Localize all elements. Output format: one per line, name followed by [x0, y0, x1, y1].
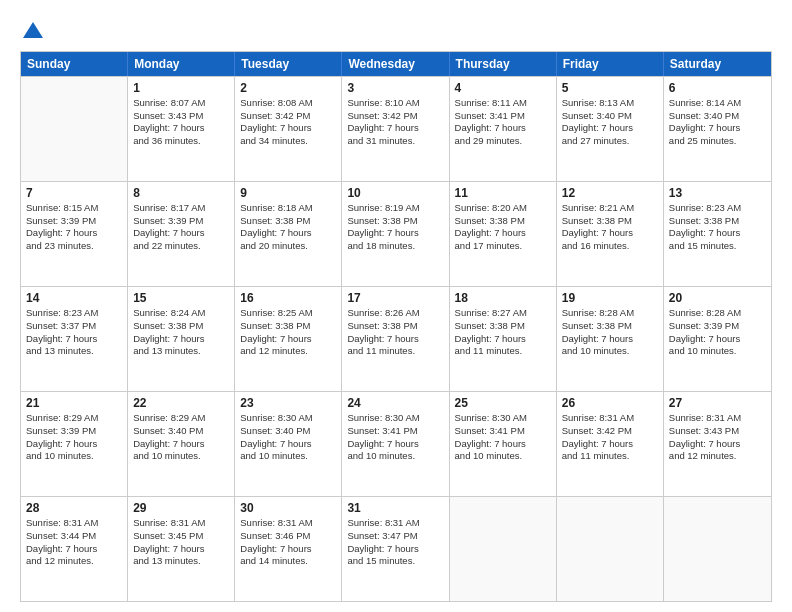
- cell-info-line: Daylight: 7 hours: [26, 333, 122, 346]
- cell-info-line: Sunset: 3:45 PM: [133, 530, 229, 543]
- cell-info-line: Daylight: 7 hours: [347, 122, 443, 135]
- calendar-cell: 11Sunrise: 8:20 AMSunset: 3:38 PMDayligh…: [450, 182, 557, 286]
- cell-info-line: and 13 minutes.: [133, 555, 229, 568]
- logo-triangle-icon: [22, 20, 44, 42]
- cell-info-line: and 15 minutes.: [669, 240, 766, 253]
- cell-info-line: Daylight: 7 hours: [133, 333, 229, 346]
- cell-info-line: Sunset: 3:38 PM: [347, 320, 443, 333]
- cell-info-line: Sunrise: 8:23 AM: [669, 202, 766, 215]
- calendar-cell: 18Sunrise: 8:27 AMSunset: 3:38 PMDayligh…: [450, 287, 557, 391]
- calendar-cell: 19Sunrise: 8:28 AMSunset: 3:38 PMDayligh…: [557, 287, 664, 391]
- day-number: 21: [26, 396, 122, 410]
- cell-info-line: Sunset: 3:37 PM: [26, 320, 122, 333]
- day-number: 15: [133, 291, 229, 305]
- cell-info-line: Daylight: 7 hours: [347, 543, 443, 556]
- calendar-cell: 22Sunrise: 8:29 AMSunset: 3:40 PMDayligh…: [128, 392, 235, 496]
- cell-info-line: Sunrise: 8:28 AM: [562, 307, 658, 320]
- cell-info-line: Daylight: 7 hours: [133, 227, 229, 240]
- cell-info-line: Sunrise: 8:17 AM: [133, 202, 229, 215]
- cell-info-line: Daylight: 7 hours: [133, 122, 229, 135]
- cell-info-line: Daylight: 7 hours: [133, 543, 229, 556]
- cell-info-line: Sunset: 3:38 PM: [240, 320, 336, 333]
- cell-info-line: Daylight: 7 hours: [240, 227, 336, 240]
- cell-info-line: Sunset: 3:38 PM: [562, 215, 658, 228]
- logo: [20, 20, 44, 47]
- cell-info-line: Sunset: 3:42 PM: [240, 110, 336, 123]
- cell-info-line: Daylight: 7 hours: [562, 333, 658, 346]
- cell-info-line: and 12 minutes.: [240, 345, 336, 358]
- cell-info-line: Sunset: 3:39 PM: [669, 320, 766, 333]
- day-number: 3: [347, 81, 443, 95]
- cell-info-line: Daylight: 7 hours: [240, 438, 336, 451]
- cell-info-line: and 11 minutes.: [562, 450, 658, 463]
- cell-info-line: Sunrise: 8:19 AM: [347, 202, 443, 215]
- calendar-cell: 4Sunrise: 8:11 AMSunset: 3:41 PMDaylight…: [450, 77, 557, 181]
- day-number: 18: [455, 291, 551, 305]
- cell-info-line: and 17 minutes.: [455, 240, 551, 253]
- cell-info-line: Sunrise: 8:10 AM: [347, 97, 443, 110]
- cell-info-line: and 10 minutes.: [347, 450, 443, 463]
- cell-info-line: Daylight: 7 hours: [455, 333, 551, 346]
- day-number: 1: [133, 81, 229, 95]
- cell-info-line: Sunrise: 8:28 AM: [669, 307, 766, 320]
- cell-info-line: Sunset: 3:42 PM: [347, 110, 443, 123]
- cell-info-line: and 10 minutes.: [455, 450, 551, 463]
- calendar-cell: 23Sunrise: 8:30 AMSunset: 3:40 PMDayligh…: [235, 392, 342, 496]
- cell-info-line: and 36 minutes.: [133, 135, 229, 148]
- cell-info-line: Daylight: 7 hours: [669, 438, 766, 451]
- calendar-cell: 1Sunrise: 8:07 AMSunset: 3:43 PMDaylight…: [128, 77, 235, 181]
- cell-info-line: Daylight: 7 hours: [240, 122, 336, 135]
- cell-info-line: Daylight: 7 hours: [347, 333, 443, 346]
- cell-info-line: Sunrise: 8:30 AM: [347, 412, 443, 425]
- calendar-cell: 12Sunrise: 8:21 AMSunset: 3:38 PMDayligh…: [557, 182, 664, 286]
- cell-info-line: and 12 minutes.: [26, 555, 122, 568]
- calendar-cell: [664, 497, 771, 601]
- cell-info-line: Daylight: 7 hours: [133, 438, 229, 451]
- cell-info-line: Sunset: 3:38 PM: [240, 215, 336, 228]
- cell-info-line: Sunset: 3:43 PM: [669, 425, 766, 438]
- cell-info-line: Daylight: 7 hours: [26, 543, 122, 556]
- calendar: SundayMondayTuesdayWednesdayThursdayFrid…: [20, 51, 772, 602]
- calendar-cell: 8Sunrise: 8:17 AMSunset: 3:39 PMDaylight…: [128, 182, 235, 286]
- cell-info-line: and 18 minutes.: [347, 240, 443, 253]
- cell-info-line: Sunrise: 8:11 AM: [455, 97, 551, 110]
- day-number: 29: [133, 501, 229, 515]
- svg-marker-0: [23, 22, 43, 38]
- day-number: 11: [455, 186, 551, 200]
- day-number: 22: [133, 396, 229, 410]
- cal-header-day: Thursday: [450, 52, 557, 76]
- cell-info-line: and 16 minutes.: [562, 240, 658, 253]
- day-number: 9: [240, 186, 336, 200]
- cal-header-day: Saturday: [664, 52, 771, 76]
- cell-info-line: Sunrise: 8:30 AM: [240, 412, 336, 425]
- cell-info-line: and 27 minutes.: [562, 135, 658, 148]
- cell-info-line: Sunset: 3:47 PM: [347, 530, 443, 543]
- cell-info-line: Sunrise: 8:15 AM: [26, 202, 122, 215]
- cell-info-line: and 23 minutes.: [26, 240, 122, 253]
- cell-info-line: Sunrise: 8:31 AM: [26, 517, 122, 530]
- cell-info-line: Daylight: 7 hours: [562, 227, 658, 240]
- cell-info-line: Daylight: 7 hours: [26, 438, 122, 451]
- cell-info-line: Sunset: 3:38 PM: [455, 215, 551, 228]
- cell-info-line: Sunset: 3:41 PM: [347, 425, 443, 438]
- cell-info-line: and 20 minutes.: [240, 240, 336, 253]
- cell-info-line: and 13 minutes.: [26, 345, 122, 358]
- cell-info-line: Daylight: 7 hours: [347, 438, 443, 451]
- header: [20, 16, 772, 47]
- cell-info-line: Sunset: 3:46 PM: [240, 530, 336, 543]
- calendar-cell: 31Sunrise: 8:31 AMSunset: 3:47 PMDayligh…: [342, 497, 449, 601]
- calendar-cell: 7Sunrise: 8:15 AMSunset: 3:39 PMDaylight…: [21, 182, 128, 286]
- cell-info-line: Sunrise: 8:26 AM: [347, 307, 443, 320]
- calendar-week-row: 7Sunrise: 8:15 AMSunset: 3:39 PMDaylight…: [21, 181, 771, 286]
- cell-info-line: and 10 minutes.: [562, 345, 658, 358]
- cal-header-day: Tuesday: [235, 52, 342, 76]
- cell-info-line: Daylight: 7 hours: [455, 227, 551, 240]
- day-number: 30: [240, 501, 336, 515]
- page: SundayMondayTuesdayWednesdayThursdayFrid…: [0, 0, 792, 612]
- day-number: 26: [562, 396, 658, 410]
- cell-info-line: Sunset: 3:38 PM: [669, 215, 766, 228]
- cell-info-line: and 11 minutes.: [455, 345, 551, 358]
- cell-info-line: and 12 minutes.: [669, 450, 766, 463]
- cell-info-line: and 14 minutes.: [240, 555, 336, 568]
- day-number: 17: [347, 291, 443, 305]
